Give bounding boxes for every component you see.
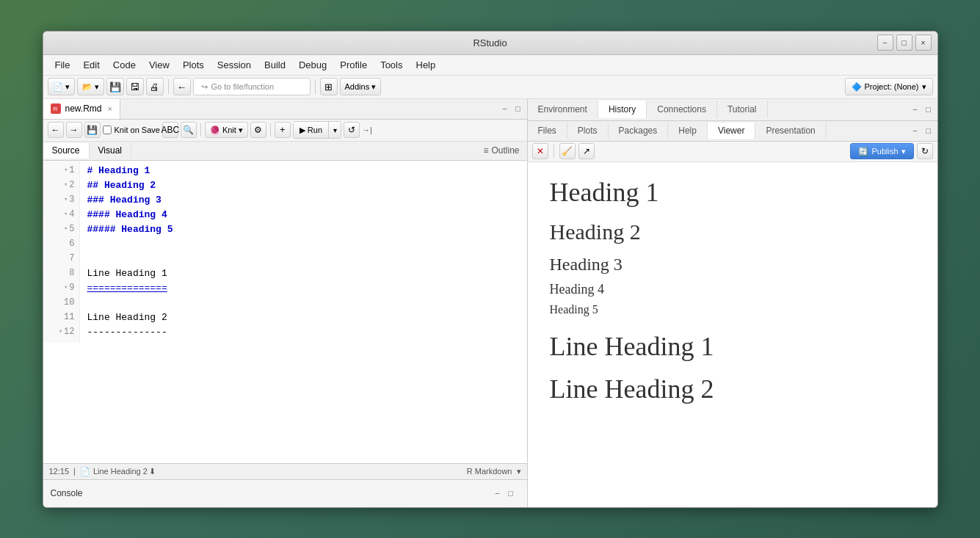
new-file-dropdown-icon: ▾ — [65, 82, 70, 92]
go-to-file-label: Go to file/function — [211, 82, 275, 91]
outline-icon: ≡ — [483, 145, 488, 156]
menu-profile[interactable]: Profile — [334, 57, 373, 73]
line-num-8: 8 — [48, 266, 75, 281]
file-tab-label: new.Rmd — [65, 103, 102, 114]
insert-button[interactable]: + — [275, 122, 291, 138]
main-toolbar: 📄▾ 📂▾ 💾 🖫 🖨 ← ↪ Go to file/function ⊞ Ad… — [43, 76, 937, 99]
preview-line-heading-1: Line Heading 1 — [550, 331, 915, 362]
tab-source[interactable]: Source — [43, 143, 90, 159]
tab-presentation[interactable]: Presentation — [755, 123, 826, 139]
viewer-sep-1 — [553, 145, 554, 158]
addins-label: Addins — [345, 82, 370, 91]
save-doc-button[interactable]: 💾 — [84, 122, 101, 138]
separator-1 — [168, 79, 169, 94]
expand-files-panel-button[interactable]: □ — [923, 125, 934, 137]
mode-dropdown-icon[interactable]: ▾ — [517, 467, 521, 476]
menu-build[interactable]: Build — [258, 57, 291, 73]
tab-environment[interactable]: Environment — [528, 101, 598, 118]
menu-debug[interactable]: Debug — [293, 57, 333, 73]
tab-visual[interactable]: Visual — [90, 143, 131, 158]
undo-button[interactable]: ← — [173, 78, 191, 95]
menu-edit[interactable]: Edit — [77, 57, 105, 73]
maximize-button[interactable]: □ — [896, 34, 912, 51]
project-button[interactable]: 🔷 Project: (None) ▾ — [845, 78, 933, 95]
menu-session[interactable]: Session — [211, 57, 257, 73]
menu-code[interactable]: Code — [107, 57, 142, 73]
go-to-file-icon: ↪ — [201, 82, 208, 92]
close-button[interactable]: × — [915, 34, 932, 51]
collapse-editor-button[interactable]: − — [499, 103, 511, 114]
expand-right-top-button[interactable]: □ — [923, 103, 934, 115]
tab-files[interactable]: Files — [528, 123, 567, 139]
tab-history[interactable]: History — [598, 101, 647, 118]
tab-tutorial[interactable]: Tutorial — [717, 101, 768, 118]
knit-on-save-checkbox[interactable]: Knit on Save — [103, 126, 160, 134]
file-tab-close-icon[interactable]: × — [108, 104, 112, 113]
print-button[interactable]: 🖨 — [146, 78, 164, 95]
tab-help[interactable]: Help — [668, 123, 708, 139]
fold-3: ▾ — [60, 195, 68, 205]
publish-button[interactable]: 🔄 Publish ▾ — [850, 143, 913, 159]
file-mode: R Markdown — [467, 467, 512, 476]
preview-spacer-1 — [550, 322, 915, 331]
collapse-files-panel-button[interactable]: − — [910, 125, 921, 137]
rerun-button[interactable]: ↺ — [344, 122, 360, 138]
new-file-button[interactable]: 📄▾ — [48, 78, 75, 95]
new-file-icon: 📄 — [53, 82, 63, 92]
code-line-8: Line Heading 1 — [87, 266, 520, 281]
menu-view[interactable]: View — [143, 57, 175, 73]
forward-button[interactable]: → — [66, 122, 82, 138]
spellcheck-button[interactable]: ABC — [162, 122, 178, 138]
save-all-button[interactable]: 🖫 — [126, 78, 144, 95]
right-panel-controls: − □ — [910, 103, 937, 115]
viewer-open-button[interactable]: ↗ — [578, 143, 595, 159]
section-dropdown[interactable]: ⬇ — [149, 467, 156, 476]
open-dropdown-icon: ▾ — [95, 82, 99, 92]
save-button[interactable]: 💾 — [106, 78, 124, 95]
run-label: Run — [308, 126, 322, 134]
expand-console-button[interactable]: □ — [505, 487, 517, 499]
code-lines: ▾1 ▾2 ▾3 ▾4 ▾5 6 7 8 ▾9 10 11 ▾12 — [43, 161, 527, 343]
go-to-file-input[interactable]: ↪ Go to file/function — [193, 78, 311, 95]
menu-help[interactable]: Help — [410, 57, 442, 73]
open-file-button[interactable]: 📂▾ — [77, 78, 104, 95]
viewer-refresh-button[interactable]: ↻ — [917, 143, 933, 159]
back-button[interactable]: ← — [48, 122, 64, 138]
line-num-2: ▾2 — [48, 178, 75, 193]
titlebar: RStudio − □ × — [43, 32, 937, 55]
collapse-right-top-button[interactable]: − — [910, 103, 921, 115]
run-dropdown-button[interactable]: ▾ — [329, 122, 341, 138]
run-button[interactable]: ▶ Run — [294, 122, 329, 138]
knit-on-save-input[interactable] — [103, 126, 112, 134]
tab-plots[interactable]: Plots — [567, 123, 609, 139]
tab-packages[interactable]: Packages — [609, 123, 669, 139]
code-content[interactable]: # Heading 1 ## Heading 2 ### Heading 3 #… — [80, 161, 527, 343]
menu-plots[interactable]: Plots — [177, 57, 210, 73]
menu-file[interactable]: File — [49, 57, 76, 73]
section-label: Line Heading 2 — [93, 467, 148, 476]
settings-button[interactable]: ⚙ — [250, 122, 266, 138]
goto-button[interactable]: →| — [362, 126, 372, 134]
viewer-clear-button[interactable]: 🧹 — [559, 143, 576, 159]
addins-button[interactable]: Addins ▾ — [340, 78, 382, 95]
file-tab-new-rmd[interactable]: R new.Rmd × — [43, 99, 120, 120]
code-editor[interactable]: ▾1 ▾2 ▾3 ▾4 ▾5 6 7 8 ▾9 10 11 ▾12 — [43, 161, 527, 463]
find-button[interactable]: 🔍 — [181, 122, 197, 138]
tab-viewer[interactable]: Viewer — [708, 123, 755, 139]
minimize-button[interactable]: − — [877, 34, 893, 51]
fold-12: ▾ — [55, 327, 62, 337]
fold-9: ▾ — [60, 283, 68, 293]
knit-button[interactable]: 🧶 Knit ▾ — [205, 122, 248, 138]
collapse-console-button[interactable]: − — [492, 487, 504, 499]
fold-2: ▾ — [60, 180, 68, 190]
line-num-1: ▾1 — [48, 164, 75, 178]
code-line-4: #### Heading 4 — [87, 208, 520, 222]
run-icon: ▶ — [300, 126, 305, 135]
tab-connections[interactable]: Connections — [647, 101, 717, 118]
outline-button[interactable]: ≡ Outline — [476, 143, 526, 158]
grid-button[interactable]: ⊞ — [320, 78, 338, 95]
viewer-toolbar: ✕ 🧹 ↗ 🔄 Publish ▾ ↻ — [528, 142, 937, 162]
menu-tools[interactable]: Tools — [374, 57, 408, 73]
viewer-stop-button[interactable]: ✕ — [532, 143, 548, 159]
expand-editor-button[interactable]: □ — [512, 103, 524, 114]
